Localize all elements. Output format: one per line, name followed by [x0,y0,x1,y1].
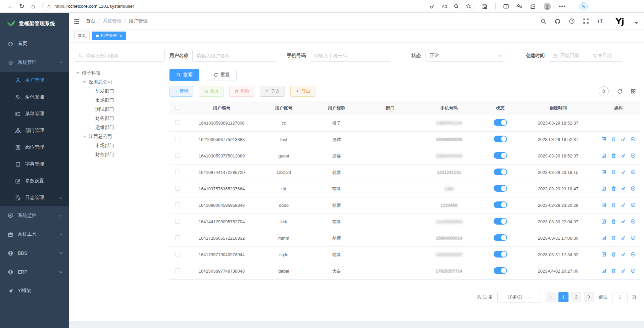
sidebar-item-param[interactable]: 参数设置 [0,173,69,189]
select-all-checkbox[interactable] [175,105,180,110]
sidebar-item-monitor[interactable]: 系统监控 [0,206,69,225]
assign-role-icon[interactable] [631,137,636,142]
status-toggle[interactable] [494,251,507,257]
sidebar-item-system[interactable]: 系统管理 [0,53,69,72]
reset-password-icon[interactable] [621,186,626,191]
edit-icon[interactable] [601,170,606,175]
refresh-icon[interactable]: ↻ [16,3,28,9]
sidebar-item-role[interactable]: 角色管理 [0,89,69,105]
tree-node[interactable]: 橙子科技 [75,68,165,78]
reset-password-icon[interactable] [621,235,626,240]
status-toggle[interactable] [494,169,507,175]
reset-password-icon[interactable] [621,170,626,175]
search-toggle-icon[interactable] [599,86,609,96]
tree-expand-icon[interactable] [83,81,86,83]
assign-role-icon[interactable] [631,268,636,273]
assign-role-icon[interactable] [631,219,636,224]
edit-icon[interactable] [601,219,606,224]
assign-role-icon[interactable] [631,153,636,158]
favorites-icon[interactable] [516,3,523,9]
delete-button[interactable]: 删除 [229,86,254,97]
reset-password-icon[interactable] [621,219,626,224]
help-icon[interactable] [569,18,575,24]
breadcrumb-home[interactable]: 首页 [86,18,95,24]
delete-icon[interactable] [611,186,616,191]
row-checkbox[interactable] [175,137,180,141]
tree-node[interactable]: 财务部门 [75,114,165,123]
collections-icon[interactable] [530,3,536,9]
page-button-2[interactable]: 2 [571,292,581,302]
tag-user-management[interactable]: 用户管理 × [92,32,126,40]
close-icon[interactable]: × [119,33,122,38]
reset-password-icon[interactable] [621,268,626,273]
date-range-picker[interactable]: 开始日期 - 结束日期 [549,50,623,62]
assign-role-icon[interactable] [631,235,636,240]
row-checkbox[interactable] [175,219,180,224]
tree-node[interactable]: 运维部门 [75,123,165,132]
row-checkbox[interactable] [175,170,180,174]
address-bar[interactable]: https://ccnetcore.com:1101/system/user A [42,2,475,11]
export-button[interactable]: 导出 [290,86,315,97]
status-toggle[interactable] [494,119,507,126]
search-button[interactable]: 搜索 [169,69,199,81]
status-toggle[interactable] [494,152,507,159]
status-toggle[interactable] [494,267,507,274]
sidebar-item-yi[interactable]: Yi框架 [0,281,69,300]
user-menu-caret-icon[interactable] [635,22,638,24]
delete-icon[interactable] [611,153,616,158]
reset-password-icon[interactable] [621,153,626,158]
assign-role-icon[interactable] [631,252,636,257]
tree-expand-icon[interactable] [76,72,80,74]
status-toggle[interactable] [494,136,507,142]
tree-node[interactable]: 财务部门 [75,150,165,159]
row-checkbox[interactable] [175,120,180,125]
tree-node[interactable]: 研发部门 [75,87,165,96]
reset-password-icon[interactable] [621,202,626,207]
row-checkbox[interactable] [175,235,180,240]
status-toggle[interactable] [494,234,507,241]
read-aloud-icon[interactable]: A [442,4,447,9]
header-search-icon[interactable] [541,18,546,24]
add-button[interactable]: +新增 [169,86,193,97]
font-size-icon[interactable]: тT [597,18,603,24]
goto-page-input[interactable] [612,292,628,302]
sidebar-item-home[interactable]: 首页 [0,34,69,53]
settings-menu-icon[interactable]: ••• [559,3,566,10]
assign-role-icon[interactable] [631,170,636,175]
tree-node[interactable]: 江西总公司 [75,132,165,141]
favorite-add-icon[interactable] [466,3,472,9]
delete-icon[interactable] [611,235,616,240]
sidebar-item-log[interactable]: 日志管理 [0,189,69,206]
next-page-button[interactable] [584,292,594,302]
edit-icon[interactable] [601,153,606,158]
row-checkbox[interactable] [175,202,180,207]
assign-role-icon[interactable] [631,186,636,191]
prev-page-button[interactable] [546,292,556,302]
edit-button[interactable]: 修改 [199,86,224,97]
delete-icon[interactable] [611,170,616,175]
reset-password-icon[interactable] [621,252,626,257]
column-grid-icon[interactable] [631,89,636,94]
status-toggle[interactable] [494,218,507,225]
import-button[interactable]: 导入 [260,86,285,97]
phone-input[interactable] [310,50,391,62]
sidebar-item-menu[interactable]: 菜单管理 [0,105,69,122]
home-icon[interactable]: ⌂ [28,3,39,9]
tree-node[interactable]: 市场部门 [75,96,165,105]
split-screen-icon[interactable] [503,3,509,9]
row-checkbox[interactable] [175,252,180,256]
row-checkbox[interactable] [175,186,180,191]
delete-icon[interactable] [611,252,616,257]
fullscreen-icon[interactable] [583,18,589,24]
tree-expand-icon[interactable] [83,136,86,138]
extensions-icon[interactable] [482,3,488,9]
github-icon[interactable] [554,18,561,25]
refresh-table-icon[interactable] [617,89,623,94]
sidebar-item-tool[interactable]: 系统工具 [0,225,69,244]
delete-icon[interactable] [611,137,616,142]
edit-icon[interactable] [601,202,606,207]
status-toggle[interactable] [494,185,507,192]
reset-password-icon[interactable] [621,137,626,142]
user-avatar-logo[interactable]: Yj [615,16,624,26]
delete-icon[interactable] [611,268,616,273]
